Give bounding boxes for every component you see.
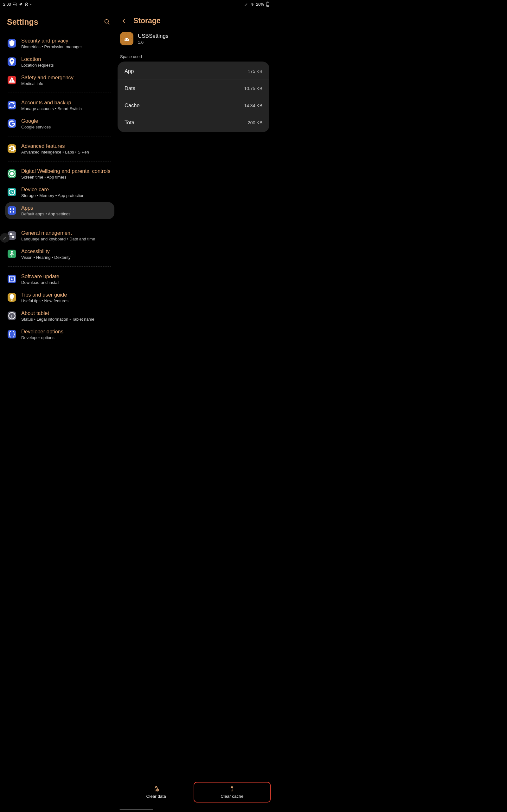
item-subtitle: Medical info (21, 81, 73, 86)
divider (8, 266, 111, 267)
app-header: USBSettings 1.0 (117, 32, 270, 51)
item-title: Software update (21, 273, 59, 280)
divider (8, 161, 111, 161)
svg-rect-6 (11, 82, 12, 82)
storage-row-total: Total200 KB (118, 114, 269, 131)
shield-icon (8, 39, 16, 48)
settings-item-software-update[interactable]: Software update Download and install (5, 270, 114, 288)
row-key: Data (124, 85, 135, 91)
item-subtitle: Useful tips • New features (21, 299, 68, 303)
section-label: Space used (120, 54, 270, 59)
settings-item-device-care[interactable]: Device care Storage • Memory • App prote… (5, 184, 114, 201)
row-value: 10.75 KB (244, 86, 262, 91)
wifi-icon (250, 2, 255, 7)
bottom-actions: Clear data Clear cache (116, 782, 273, 802)
item-title: Accessibility (21, 248, 71, 254)
settings-item-accessibility[interactable]: Accessibility Vision • Hearing • Dexteri… (5, 246, 114, 263)
item-subtitle: Advanced intelligence • Labs • S Pen (21, 150, 89, 154)
item-subtitle: Google services (21, 125, 51, 130)
care-icon (8, 188, 16, 196)
item-subtitle: Biometrics • Permission manager (21, 44, 82, 49)
item-title: Location (21, 56, 54, 62)
settings-item-tips-and-user-guide[interactable]: Tips and user guide Useful tips • New fe… (5, 289, 114, 306)
svg-point-8 (10, 172, 13, 175)
search-icon (104, 19, 110, 25)
settings-item-google[interactable]: Google Google services (5, 115, 114, 132)
item-title: Security and privacy (21, 38, 82, 44)
settings-item-location[interactable]: Location Location requests (5, 53, 114, 70)
clear-data-button[interactable]: Clear data (118, 782, 194, 802)
item-title: Device care (21, 187, 84, 193)
item-subtitle: Language and keyboard • Date and time (21, 237, 95, 241)
settings-item-digital-wellbeing-and-parental-controls[interactable]: Digital Wellbeing and parental controls … (5, 165, 114, 183)
pencil-icon (3, 236, 7, 240)
svg-rect-5 (11, 80, 12, 82)
settings-item-security-and-privacy[interactable]: Security and privacy Biometrics • Permis… (5, 35, 114, 52)
settings-item-general-management[interactable]: General management Language and keyboard… (5, 227, 114, 244)
item-title: Developer options (21, 328, 63, 335)
gesture-bar (120, 809, 153, 810)
svg-point-12 (10, 211, 11, 213)
settings-item-about-tablet[interactable]: About tablet Status • Legal information … (5, 307, 114, 324)
clear-cache-button[interactable]: Clear cache (194, 782, 270, 802)
settings-pane: Settings Security and privacy Biometrics… (0, 8, 116, 811)
battery-pct: 26% (256, 2, 264, 7)
svg-point-16 (10, 234, 12, 235)
item-title: Google (21, 118, 51, 124)
clock: 2:03 (3, 2, 11, 7)
sync-icon (8, 101, 16, 109)
svg-rect-23 (11, 314, 12, 314)
row-value: 175 KB (248, 69, 262, 74)
battery-icon (266, 2, 269, 7)
clear-data-label: Clear data (147, 794, 166, 799)
detail-pane: Storage USBSettings 1.0 Space used App17… (116, 8, 273, 811)
item-title: Digital Wellbeing and parental controls (21, 168, 110, 174)
row-value: 200 KB (248, 120, 262, 125)
item-title: Safety and emergency (21, 74, 73, 81)
svg-point-27 (127, 39, 128, 40)
item-title: General management (21, 230, 95, 236)
divider (8, 93, 111, 93)
item-subtitle: Manage accounts • Smart Switch (21, 106, 82, 111)
status-bar: 2:03 26% (0, 0, 273, 8)
svg-point-4 (11, 60, 13, 62)
item-subtitle: Developer options (21, 335, 63, 340)
settings-item-apps[interactable]: Apps Default apps • App settings (5, 202, 114, 219)
pencil-icon (244, 2, 248, 7)
row-key: Total (124, 119, 135, 125)
page-title: Storage (133, 16, 161, 25)
row-value: 14.34 KB (244, 103, 262, 108)
back-button[interactable] (120, 17, 128, 25)
svg-rect-20 (11, 300, 13, 300)
person-icon (8, 250, 16, 258)
svg-point-18 (11, 251, 13, 253)
svg-rect-22 (11, 315, 12, 317)
item-subtitle: Status • Legal information • Tablet name (21, 317, 95, 322)
item-title: Tips and user guide (21, 292, 68, 298)
screen: 2:03 26% Settings Security and priva (0, 0, 273, 812)
svg-point-10 (10, 208, 11, 210)
settings-item-accounts-and-backup[interactable]: Accounts and backup Manage accounts • Sm… (5, 97, 114, 114)
broom-icon (229, 786, 235, 792)
edge-edit-button[interactable] (0, 233, 9, 243)
item-title: Apps (21, 205, 71, 211)
settings-item-safety-and-emergency[interactable]: Safety and emergency Medical info (5, 72, 114, 89)
app-version: 1.0 (138, 40, 168, 45)
braces-icon (8, 330, 16, 339)
item-subtitle: Vision • Hearing • Dexterity (21, 255, 71, 260)
svg-point-26 (125, 39, 126, 40)
item-subtitle: Location requests (21, 63, 54, 67)
android-icon (123, 35, 131, 43)
item-title: Advanced features (21, 143, 89, 149)
trash-lock-icon (153, 786, 159, 792)
settings-item-developer-options[interactable]: Developer options Developer options (5, 326, 114, 343)
shield-off-icon (24, 2, 29, 7)
update-icon (8, 275, 16, 283)
location-arrow-icon (18, 2, 23, 7)
app-name: USBSettings (138, 33, 168, 39)
app-icon (120, 32, 133, 45)
settings-item-advanced-features[interactable]: Advanced features Advanced intelligence … (5, 140, 114, 157)
item-subtitle: Screen time • App timers (21, 175, 110, 180)
info-icon (8, 311, 16, 320)
search-button[interactable] (102, 16, 112, 27)
